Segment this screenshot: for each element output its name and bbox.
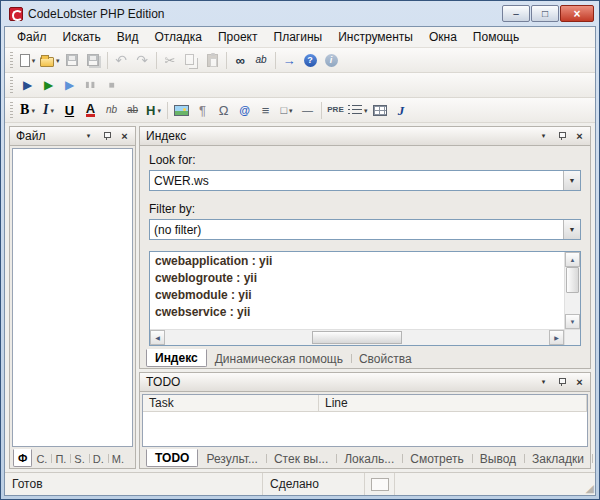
save-button[interactable] bbox=[62, 49, 83, 71]
tab-locals[interactable]: Локаль... bbox=[336, 450, 402, 467]
paste-button[interactable] bbox=[202, 49, 223, 71]
pin-button[interactable] bbox=[554, 375, 569, 389]
find-button[interactable]: ∞ bbox=[230, 49, 251, 71]
vertical-scroll-thumb[interactable] bbox=[566, 267, 579, 293]
resize-grip-icon[interactable]: ◢ bbox=[579, 473, 595, 495]
open-file-button[interactable]: ▾ bbox=[38, 49, 62, 71]
menu-debug[interactable]: Отладка bbox=[147, 28, 210, 46]
menu-file[interactable]: Файл bbox=[9, 28, 55, 46]
look-for-combobox[interactable]: CWER.ws ▼ bbox=[149, 170, 581, 191]
copy-button[interactable] bbox=[181, 49, 202, 71]
tab-dynamic-help[interactable]: Динамическая помощь bbox=[207, 350, 351, 367]
run-in-browser-button[interactable]: ▶ bbox=[59, 74, 80, 96]
new-file-button[interactable]: ▾ bbox=[17, 49, 38, 71]
tab-sql[interactable]: S. bbox=[70, 450, 88, 467]
bold-button[interactable]: B ▾ bbox=[17, 99, 38, 121]
link-button[interactable]: @ bbox=[234, 99, 255, 121]
start-debug-button[interactable]: ▶ bbox=[17, 74, 38, 96]
cut-button[interactable]: ✂ bbox=[160, 49, 181, 71]
pre-button[interactable]: PRE bbox=[325, 99, 346, 121]
chevron-down-icon[interactable]: ▾ bbox=[50, 107, 54, 114]
menu-project[interactable]: Проект bbox=[210, 28, 266, 46]
look-for-value[interactable]: CWER.ws bbox=[150, 171, 563, 190]
pin-button[interactable] bbox=[554, 129, 569, 143]
insert-image-button[interactable] bbox=[171, 99, 192, 121]
strikethrough-button[interactable]: ab bbox=[122, 99, 143, 121]
combo-dropdown-button[interactable]: ▼ bbox=[563, 171, 580, 190]
file-panel-content[interactable] bbox=[12, 148, 133, 447]
menu-tools[interactable]: Инструменты bbox=[330, 28, 421, 46]
align-button[interactable]: ≡ bbox=[255, 99, 276, 121]
toolbar-grip[interactable] bbox=[10, 77, 13, 93]
heading-button[interactable]: H ▾ bbox=[143, 99, 164, 121]
div-button[interactable]: □ ▾ bbox=[276, 99, 297, 121]
tab-files[interactable]: Ф bbox=[13, 449, 32, 467]
run-button[interactable]: ▶ bbox=[38, 74, 59, 96]
list-item[interactable]: cwebservice : yii bbox=[150, 304, 564, 321]
panel-close-button[interactable]: × bbox=[572, 375, 587, 389]
tab-map[interactable]: M. bbox=[108, 450, 128, 467]
chevron-down-icon[interactable]: ▾ bbox=[32, 57, 36, 64]
tab-callstack[interactable]: Стек вы... bbox=[266, 450, 336, 467]
filter-by-value[interactable]: (no filter) bbox=[150, 220, 563, 239]
filter-by-combobox[interactable]: (no filter) ▼ bbox=[149, 219, 581, 240]
horizontal-scroll-thumb[interactable] bbox=[312, 331, 402, 344]
combo-dropdown-button[interactable]: ▼ bbox=[563, 220, 580, 239]
tab-structure[interactable]: С. bbox=[32, 450, 51, 467]
tab-watch[interactable]: Смотреть bbox=[402, 450, 472, 467]
vertical-scroll-track[interactable] bbox=[565, 267, 580, 314]
horizontal-scroll-track[interactable] bbox=[165, 330, 549, 345]
pin-button[interactable] bbox=[99, 129, 114, 143]
app-icon[interactable] bbox=[9, 7, 23, 21]
font-color-button[interactable]: A bbox=[80, 99, 101, 121]
menu-view[interactable]: Вид bbox=[109, 28, 147, 46]
tab-project[interactable]: П. bbox=[51, 450, 70, 467]
undo-button[interactable]: ↶ bbox=[111, 49, 132, 71]
paragraph-button[interactable]: ¶ bbox=[192, 99, 213, 121]
nbsp-button[interactable]: nb bbox=[101, 99, 122, 121]
menu-search[interactable]: Искать bbox=[55, 28, 109, 46]
panel-close-button[interactable]: × bbox=[572, 129, 587, 143]
scroll-left-button[interactable]: ◀ bbox=[150, 330, 165, 345]
tab-dynamic[interactable]: D. bbox=[89, 450, 108, 467]
chevron-down-icon[interactable]: ▾ bbox=[364, 107, 368, 114]
list-item[interactable]: cweblogroute : yii bbox=[150, 270, 564, 287]
chevron-down-icon[interactable]: ▾ bbox=[31, 107, 35, 114]
menu-windows[interactable]: Окна bbox=[421, 28, 465, 46]
column-task[interactable]: Task bbox=[143, 395, 319, 411]
tab-properties[interactable]: Свойства bbox=[351, 350, 420, 367]
scroll-up-button[interactable]: ▲ bbox=[565, 252, 580, 267]
menu-plugins[interactable]: Плагины bbox=[266, 28, 331, 46]
todo-table-body[interactable] bbox=[143, 412, 587, 446]
close-button[interactable]: × bbox=[560, 5, 594, 22]
panel-menu-button[interactable]: ▾ bbox=[81, 129, 96, 143]
toolbar-grip[interactable] bbox=[10, 102, 13, 118]
chevron-down-icon[interactable]: ▾ bbox=[157, 107, 161, 114]
tab-errors[interactable]: Errors bbox=[592, 450, 600, 467]
column-line[interactable]: Line bbox=[319, 395, 587, 411]
save-all-button[interactable] bbox=[83, 49, 104, 71]
maximize-button[interactable]: □ bbox=[531, 5, 559, 22]
stop-button[interactable]: ■ bbox=[101, 74, 122, 96]
list-button[interactable]: ▾ bbox=[346, 99, 370, 121]
list-item[interactable]: cwebmodule : yii bbox=[150, 287, 564, 304]
tab-index[interactable]: Индекс bbox=[146, 349, 207, 367]
horizontal-scrollbar[interactable]: ◀ ▶ bbox=[150, 330, 564, 345]
underline-button[interactable]: U bbox=[59, 99, 80, 121]
chevron-down-icon[interactable]: ▾ bbox=[289, 107, 293, 114]
chevron-down-icon[interactable]: ▾ bbox=[56, 57, 60, 64]
scroll-right-button[interactable]: ▶ bbox=[549, 330, 564, 345]
tab-results[interactable]: Результ... bbox=[198, 450, 265, 467]
panel-menu-button[interactable]: ▾ bbox=[536, 129, 551, 143]
table-button[interactable] bbox=[370, 99, 391, 121]
toolbar-grip[interactable] bbox=[10, 52, 13, 68]
pause-button[interactable]: ▮▮ bbox=[80, 74, 101, 96]
scroll-down-button[interactable]: ▼ bbox=[565, 314, 580, 329]
vertical-scrollbar[interactable]: ▲ ▼ bbox=[564, 252, 580, 329]
goto-button[interactable]: → bbox=[279, 49, 300, 71]
anchor-button[interactable]: Ω bbox=[213, 99, 234, 121]
info-button[interactable]: i bbox=[321, 49, 342, 71]
list-item[interactable]: cwebapplication : yii bbox=[150, 253, 564, 270]
redo-button[interactable]: ↷ bbox=[132, 49, 153, 71]
hr-button[interactable]: — bbox=[297, 99, 318, 121]
